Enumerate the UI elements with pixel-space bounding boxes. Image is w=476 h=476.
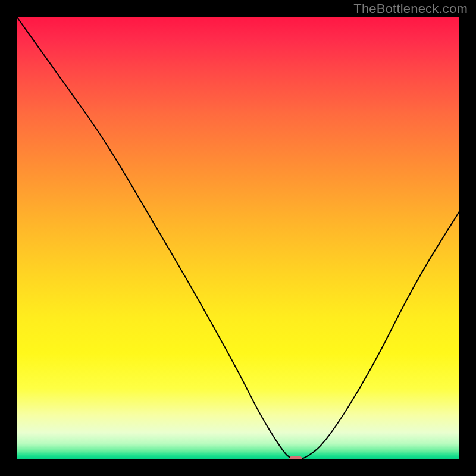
bottleneck-curve (17, 17, 459, 459)
optimum-marker (289, 456, 302, 459)
curve-svg (17, 17, 459, 459)
chart-frame: TheBottleneck.com (0, 0, 476, 476)
watermark-text: TheBottleneck.com (353, 1, 468, 17)
plot-area (17, 17, 459, 459)
